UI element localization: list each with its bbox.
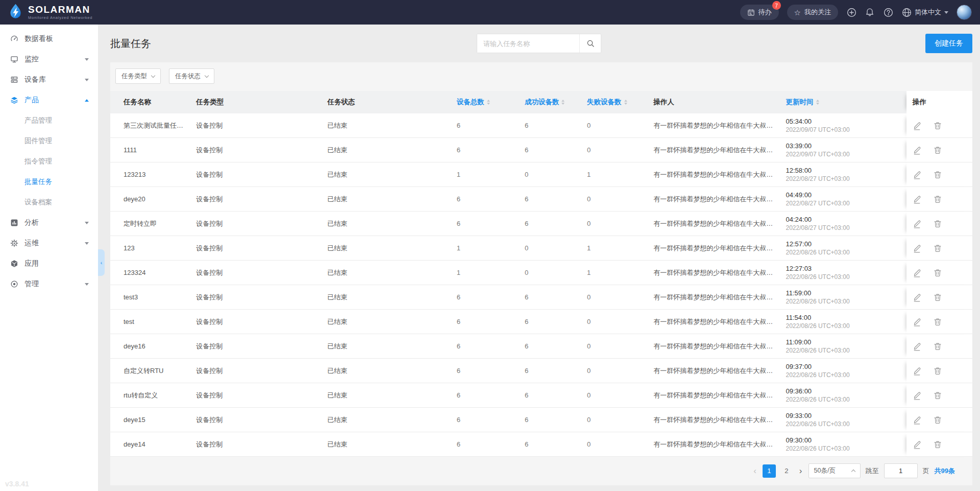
sidebar-item-分析[interactable]: 分析 [0,213,98,233]
app-title: SOLARMAN [28,5,92,14]
column-header-total[interactable]: 设备总数 [452,91,520,113]
edit-button[interactable] [913,342,922,351]
column-label[interactable]: 更新时间 [786,98,814,106]
sort-icon[interactable] [487,100,490,105]
delete-button[interactable] [933,317,942,326]
edit-button[interactable] [913,268,922,277]
create-task-button[interactable]: 创建任务 [925,34,972,53]
task-status-cell: 已结束 [322,138,451,162]
column-header-time[interactable]: 更新时间 [781,91,906,113]
edit-button[interactable] [913,440,922,449]
plus-circle-icon[interactable] [846,7,856,17]
next-page-button[interactable]: › [798,466,803,475]
update-time-cell: 12:57:002022/08/26 UTC+03:00 [781,236,906,261]
dashboard-icon [10,35,18,43]
task-type-filter[interactable]: 任务类型 [115,68,161,84]
sidebar-subitem-指令管理[interactable]: 指令管理 [0,151,98,172]
delete-button[interactable] [933,219,942,228]
task-name-cell: deye14 [110,432,191,457]
page-button-1[interactable]: 1 [763,464,776,478]
search-input[interactable] [477,34,579,53]
delete-button[interactable] [933,366,942,376]
success-count-cell: 0 [520,261,582,285]
globe-icon [901,7,912,17]
my-follow-button[interactable]: ☆ 我的关注 [787,5,838,20]
edit-button[interactable] [913,195,922,204]
delete-button[interactable] [933,170,942,179]
task-name-cell: deye15 [110,408,191,432]
delete-button[interactable] [933,268,942,277]
avatar[interactable] [957,5,972,20]
chevron-down-icon [85,79,89,81]
column-header-success[interactable]: 成功设备数 [520,91,582,113]
edit-button[interactable] [913,415,922,425]
sort-icon[interactable] [816,100,819,105]
sidebar-item-运维[interactable]: 运维 [0,233,98,253]
sidebar-item-设备库[interactable]: 设备库 [0,69,98,90]
edit-button[interactable] [913,219,922,228]
sidebar-subitem-label: 设备档案 [24,198,52,207]
sidebar-item-监控[interactable]: 监控 [0,49,98,69]
update-time-cell: 09:30:002022/08/26 UTC+03:00 [781,432,906,457]
delete-button[interactable] [933,415,942,425]
page-size-select[interactable]: 50条/页 [808,463,861,478]
todo-button[interactable]: 待办 7 [740,5,779,20]
sidebar-subitem-设备档案[interactable]: 设备档案 [0,192,98,213]
search-icon[interactable] [579,34,601,53]
edit-button[interactable] [913,366,922,376]
success-count-cell: 6 [520,359,582,383]
task-status-cell: 已结束 [322,113,451,138]
edit-button[interactable] [913,244,922,253]
sidebar-item-应用[interactable]: 应用 [0,253,98,274]
sidebar-subitem-批量任务[interactable]: 批量任务 [0,172,98,192]
sidebar-subitem-产品管理[interactable]: 产品管理 [0,110,98,131]
edit-button[interactable] [913,146,922,155]
edit-button[interactable] [913,121,922,130]
column-header-type: 任务类型 [191,91,322,113]
delete-button[interactable] [933,440,942,449]
success-count-cell: 6 [520,212,582,236]
column-label[interactable]: 失败设备数 [587,98,622,106]
sidebar-item-产品[interactable]: 产品 [0,90,98,110]
delete-button[interactable] [933,293,942,302]
task-status-filter[interactable]: 任务状态 [169,68,214,84]
language-selector[interactable]: 简体中文 [901,7,948,17]
bell-icon[interactable] [865,7,875,17]
operator-cell: 有一群怀揣着梦想的少年相信在牛大叔的带... [648,261,780,285]
sidebar-item-管理[interactable]: 管理 [0,274,98,294]
delete-button[interactable] [933,391,942,400]
table-row: deye16设备控制已结束660有一群怀揣着梦想的少年相信在牛大叔的带...11… [110,334,972,359]
sidebar-collapse-handle[interactable]: ‹ [98,249,105,276]
sidebar-item-label: 运维 [24,239,39,248]
sort-icon[interactable] [561,100,565,105]
edit-button[interactable] [913,293,922,302]
help-icon[interactable] [883,7,893,17]
edit-button[interactable] [913,317,922,326]
sort-icon[interactable] [624,100,627,105]
sidebar-subitem-固件管理[interactable]: 固件管理 [0,131,98,151]
management-icon [10,280,18,288]
sidebar-item-label: 产品 [24,96,39,105]
task-name-cell: deye16 [110,334,191,359]
delete-button[interactable] [933,121,942,130]
edit-button[interactable] [913,170,922,179]
jump-page-input[interactable] [884,463,918,478]
chevron-down-icon [85,58,89,61]
edit-button[interactable] [913,391,922,400]
chevron-down-icon [85,222,89,224]
prev-page-button[interactable]: ‹ [752,466,757,475]
sidebar-item-数据看板[interactable]: 数据看板 [0,29,98,49]
column-label[interactable]: 设备总数 [457,98,484,106]
delete-button[interactable] [933,146,942,155]
delete-button[interactable] [933,342,942,351]
delete-button[interactable] [933,195,942,204]
task-type-cell: 设备控制 [191,359,322,383]
page-button-2[interactable]: 2 [780,464,793,478]
device-total-cell: 6 [452,359,520,383]
device-total-cell: 6 [452,113,520,138]
operator-cell: 有一群怀揣着梦想的少年相信在牛大叔的带... [648,359,780,383]
column-header-fail[interactable]: 失败设备数 [582,91,648,113]
delete-button[interactable] [933,244,942,253]
column-label[interactable]: 成功设备数 [525,98,559,106]
update-time-cell: 04:24:002022/08/27 UTC+03:00 [781,212,906,236]
